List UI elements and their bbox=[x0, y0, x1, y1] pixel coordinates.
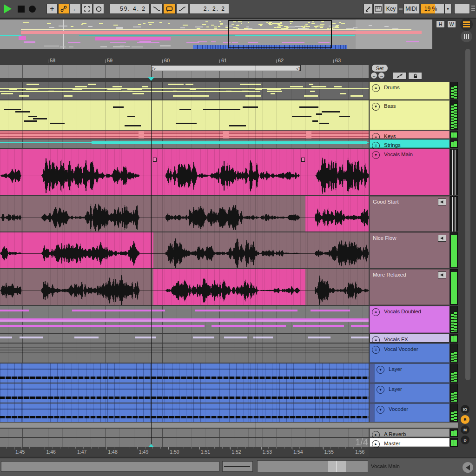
mixer-toggle-d[interactable]: D bbox=[461, 436, 469, 444]
mixer-view-toggle[interactable] bbox=[461, 31, 472, 42]
track-lane-keys[interactable] bbox=[0, 131, 369, 139]
audition-take-button[interactable] bbox=[438, 198, 446, 205]
track-lane-good-start[interactable] bbox=[0, 196, 369, 231]
fade-handle[interactable] bbox=[301, 158, 305, 162]
meter-line bbox=[455, 197, 456, 231]
track-header-layer[interactable]: ▾Layer bbox=[374, 364, 450, 383]
lane-grid bbox=[0, 131, 369, 139]
track-header-nice-flow[interactable]: Nice Flow bbox=[370, 232, 450, 268]
optimize-height-button[interactable]: H bbox=[436, 20, 445, 28]
unfold-triangle-icon[interactable]: ▾ bbox=[372, 103, 380, 111]
track-lane-vocal-vocoder[interactable] bbox=[0, 344, 369, 363]
time-tick bbox=[261, 447, 262, 450]
insert-marker-top[interactable] bbox=[148, 77, 154, 81]
track-lines-icon[interactable]: ≡ bbox=[372, 84, 380, 92]
show-detail-view-button[interactable] bbox=[463, 462, 473, 473]
computer-midi-keyboard-button[interactable] bbox=[373, 4, 383, 14]
midi-note bbox=[311, 310, 350, 311]
vertical-scrollbar[interactable] bbox=[465, 49, 470, 380]
unfold-triangle-icon[interactable]: ▾ bbox=[377, 366, 384, 374]
menu-toggle[interactable] bbox=[460, 18, 473, 31]
track-lane-a-reverb[interactable] bbox=[0, 429, 369, 437]
prev-marker-button[interactable]: ← bbox=[371, 73, 377, 79]
track-lane-vocals-doubled[interactable] bbox=[0, 306, 369, 333]
track-lane-vocals-fx[interactable] bbox=[0, 334, 369, 343]
midi-note bbox=[299, 106, 313, 108]
unfold-triangle-icon[interactable]: ▾ bbox=[377, 386, 384, 394]
track-lane-master[interactable] bbox=[0, 438, 369, 447]
midi-note bbox=[308, 337, 331, 338]
cpu-dropdown-button[interactable]: ▾ bbox=[444, 4, 451, 14]
w-label: W bbox=[450, 21, 454, 27]
midi-note bbox=[33, 118, 47, 119]
set-button[interactable]: Set bbox=[371, 64, 388, 72]
track-lane-layer[interactable] bbox=[0, 364, 369, 383]
track-lines-icon[interactable]: ≡ bbox=[372, 336, 380, 344]
track-name: Layer bbox=[389, 366, 402, 372]
mixer-toggle-r[interactable]: R bbox=[461, 415, 469, 424]
track-name: Vocals FX bbox=[384, 337, 408, 342]
audition-take-button[interactable] bbox=[438, 271, 446, 278]
optimize-width-button[interactable]: W bbox=[447, 20, 456, 28]
midi-note bbox=[210, 109, 231, 110]
track-header-drums[interactable]: ≡Drums bbox=[370, 82, 450, 99]
track-lanes-area[interactable] bbox=[0, 0, 369, 476]
midi-note bbox=[304, 95, 318, 97]
next-marker-button[interactable]: → bbox=[378, 73, 384, 79]
audition-take-button[interactable] bbox=[438, 235, 446, 242]
track-header-vocals-fx[interactable]: ≡Vocals FX bbox=[370, 334, 450, 343]
lock-icon bbox=[413, 73, 418, 79]
minor-tick bbox=[145, 447, 145, 449]
waveform bbox=[0, 232, 369, 268]
fade-handle[interactable] bbox=[153, 158, 157, 162]
triangle-left-icon bbox=[466, 465, 470, 470]
track-header-vocal-vocoder[interactable]: ≡Vocal Vocoder bbox=[370, 344, 450, 363]
key-map-button[interactable]: Key bbox=[384, 4, 398, 14]
automation-mode-button[interactable] bbox=[393, 72, 407, 79]
play-circle-icon[interactable]: ▸ bbox=[372, 440, 380, 448]
clip-loop-box[interactable] bbox=[222, 461, 253, 472]
track-header-more-relaxed[interactable]: More Relaxed bbox=[370, 269, 450, 305]
track-meter bbox=[450, 344, 458, 363]
mixer-toggle-io[interactable]: IO bbox=[461, 405, 469, 414]
minor-tick bbox=[307, 447, 307, 449]
track-lane-drums[interactable] bbox=[0, 82, 369, 99]
track-meter bbox=[450, 131, 458, 139]
track-lane-vocoder[interactable] bbox=[0, 403, 369, 422]
unfold-triangle-icon[interactable]: ▾ bbox=[372, 151, 380, 159]
track-header-vocoder[interactable]: ▾Vocoder bbox=[374, 403, 450, 422]
midi-note bbox=[339, 116, 350, 117]
track-header-bass[interactable]: ▾Bass bbox=[370, 100, 450, 130]
meter-bar bbox=[454, 410, 457, 421]
midi-map-button[interactable]: MIDI bbox=[403, 4, 419, 14]
track-lane-nice-flow[interactable] bbox=[0, 232, 369, 268]
track-header-strings[interactable]: ≡Strings bbox=[370, 139, 450, 148]
lock-envelopes-button[interactable] bbox=[408, 72, 422, 79]
midi-note bbox=[113, 106, 124, 108]
track-header-keys[interactable]: ≡Keys bbox=[370, 131, 450, 139]
track-header-layer[interactable]: ▾Layer bbox=[374, 383, 450, 403]
meter-bar bbox=[454, 85, 457, 99]
track-lane-bass[interactable] bbox=[0, 100, 369, 130]
meter-bar bbox=[454, 430, 457, 436]
track-lines-icon[interactable]: ≡ bbox=[372, 346, 380, 354]
cpu-meter[interactable]: 19 % bbox=[420, 4, 444, 14]
track-lane-layer[interactable] bbox=[0, 383, 369, 403]
meter-bar bbox=[451, 440, 454, 446]
track-lane-vocals-main[interactable] bbox=[0, 149, 369, 195]
mixer-toggle-m[interactable]: M bbox=[461, 425, 469, 434]
track-header-vocals-doubled[interactable]: ≡Vocals Doubled bbox=[370, 306, 450, 333]
stripe bbox=[0, 352, 369, 353]
clip-overview-waveform[interactable] bbox=[257, 460, 368, 472]
time-ruler[interactable]: 1:451:461:471:481:491:501:511:521:531:54… bbox=[0, 447, 369, 456]
track-lane-strings[interactable] bbox=[0, 139, 369, 148]
track-header-a-reverb[interactable]: ▸A Reverb bbox=[370, 429, 450, 437]
track-name: Vocoder bbox=[389, 406, 408, 412]
unfold-triangle-icon[interactable]: ▾ bbox=[377, 406, 384, 414]
track-lane-more-relaxed[interactable] bbox=[0, 269, 369, 305]
track-lines-icon[interactable]: ≡ bbox=[372, 308, 380, 316]
time-label: 1:47 bbox=[77, 449, 86, 455]
track-header-master[interactable]: ▸Master bbox=[370, 438, 450, 447]
track-header-vocals-main[interactable]: ▾Vocals Main bbox=[370, 149, 450, 195]
track-header-good-start[interactable]: Good Start bbox=[370, 196, 450, 231]
